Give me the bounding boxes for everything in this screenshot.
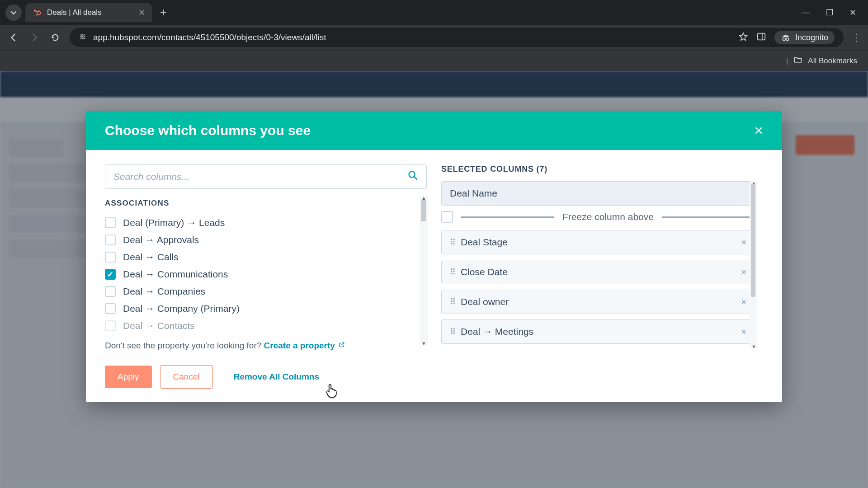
- browser-nav-bar: app.hubspot.com/contacts/45105500/object…: [0, 25, 868, 50]
- bookmark-folder-icon: [793, 55, 802, 66]
- remove-column-icon[interactable]: ×: [741, 297, 746, 307]
- search-columns-field[interactable]: [105, 164, 427, 189]
- panel-icon[interactable]: [756, 32, 766, 44]
- column-label: Deal Stage: [461, 237, 508, 248]
- hubspot-favicon-icon: [33, 8, 42, 17]
- frozen-column-item[interactable]: Deal Name: [441, 181, 755, 206]
- all-bookmarks-link[interactable]: All Bookmarks: [808, 56, 857, 66]
- apply-button[interactable]: Apply: [105, 366, 152, 388]
- checkbox[interactable]: [105, 217, 116, 228]
- svg-line-4: [37, 14, 38, 15]
- association-label: Deal → Calls: [123, 252, 179, 263]
- bookmark-bar: | All Bookmarks: [0, 50, 868, 71]
- incognito-badge[interactable]: Incognito: [774, 31, 835, 44]
- selected-column-item[interactable]: ⠿ Close Date ×: [441, 260, 755, 284]
- svg-point-8: [81, 34, 83, 36]
- modal-title: Choose which columns you see: [105, 123, 311, 138]
- svg-rect-11: [758, 33, 765, 40]
- helper-text: Don't see the property you're looking fo…: [105, 341, 427, 351]
- association-row[interactable]: Deal → Approvals: [105, 231, 416, 249]
- checkbox[interactable]: [105, 303, 116, 314]
- edit-columns-modal: Choose which columns you see × ASSOCIATI…: [86, 111, 782, 402]
- url-bar[interactable]: app.hubspot.com/contacts/45105500/object…: [70, 28, 844, 47]
- association-row[interactable]: Deal (Primary) → Leads: [105, 214, 416, 231]
- incognito-label: Incognito: [795, 33, 828, 42]
- scroll-down-icon[interactable]: ▼: [421, 341, 426, 346]
- minimize-icon[interactable]: —: [802, 8, 810, 18]
- drag-handle-icon[interactable]: ⠿: [450, 297, 454, 307]
- selected-column-item[interactable]: ⠿ Deal owner ×: [441, 290, 755, 314]
- close-window-icon[interactable]: ✕: [849, 8, 856, 18]
- svg-point-10: [81, 38, 83, 39]
- freeze-label: Freeze column above: [562, 211, 654, 222]
- maximize-icon[interactable]: ❐: [826, 8, 833, 18]
- association-row[interactable]: Deal → Calls: [105, 249, 416, 266]
- close-icon[interactable]: ×: [754, 122, 763, 139]
- window-controls: — ❐ ✕: [802, 8, 863, 18]
- nav-forward-icon[interactable]: [28, 33, 41, 42]
- browser-tab[interactable]: Deals | All deals ×: [25, 3, 152, 22]
- nav-reload-icon[interactable]: [49, 33, 61, 42]
- drag-handle-icon[interactable]: ⠿: [450, 267, 454, 277]
- association-label: Deal → Contacts: [123, 320, 195, 331]
- nav-back-icon[interactable]: [7, 33, 20, 42]
- remove-column-icon[interactable]: ×: [741, 327, 746, 337]
- modal-header: Choose which columns you see ×: [86, 111, 782, 150]
- checkbox[interactable]: [105, 252, 116, 263]
- associations-scroll: ASSOCIATIONS Deal (Primary) → Leads Deal…: [105, 189, 427, 334]
- svg-line-17: [414, 177, 417, 179]
- checkbox[interactable]: [105, 269, 116, 280]
- association-row[interactable]: Deal → Communications: [105, 266, 416, 283]
- tab-close-icon[interactable]: ×: [139, 7, 145, 19]
- selected-column-item[interactable]: ⠿ Deal → Meetings ×: [441, 319, 755, 344]
- scroll-down-icon[interactable]: ▼: [751, 344, 756, 349]
- freeze-checkbox[interactable]: [441, 211, 453, 223]
- left-scrollbar[interactable]: ▲ ▼: [420, 196, 428, 345]
- tab-history-button[interactable]: [5, 5, 22, 21]
- new-tab-button[interactable]: +: [156, 5, 171, 19]
- search-input[interactable]: [113, 171, 407, 182]
- column-label: Deal Name: [450, 188, 497, 199]
- association-label: Deal → Companies: [123, 286, 205, 297]
- scrollbar-thumb[interactable]: [421, 200, 426, 221]
- svg-point-14: [786, 38, 789, 41]
- tab-title: Deals | All deals: [47, 8, 102, 17]
- svg-point-1: [37, 11, 41, 15]
- drag-handle-icon[interactable]: ⠿: [450, 327, 454, 337]
- checkbox[interactable]: [105, 286, 116, 297]
- drag-handle-icon[interactable]: ⠿: [450, 237, 454, 247]
- svg-point-9: [83, 36, 85, 38]
- remove-all-columns-button[interactable]: Remove All Columns: [221, 366, 332, 388]
- right-scrollbar[interactable]: ▲ ▼: [750, 181, 757, 348]
- create-property-link[interactable]: Create a property: [264, 341, 335, 350]
- browser-tab-strip: Deals | All deals × + — ❐ ✕: [0, 0, 868, 25]
- association-row[interactable]: Deal → Companies: [105, 283, 416, 300]
- scrollbar-thumb[interactable]: [751, 184, 755, 297]
- site-settings-icon[interactable]: [79, 33, 87, 42]
- bookmark-star-icon[interactable]: [738, 32, 748, 44]
- modal-footer: Apply Cancel Remove All Columns: [86, 356, 782, 402]
- remove-column-icon[interactable]: ×: [741, 267, 746, 277]
- column-label: Deal → Meetings: [461, 326, 533, 337]
- association-label: Deal → Communications: [123, 269, 228, 280]
- column-label: Deal owner: [461, 296, 509, 307]
- section-label: ASSOCIATIONS: [105, 199, 416, 208]
- browser-menu-icon[interactable]: ⋮: [852, 32, 861, 43]
- remove-column-icon[interactable]: ×: [741, 237, 746, 248]
- search-icon[interactable]: [407, 170, 418, 183]
- column-label: Close Date: [461, 267, 508, 277]
- selected-column-item[interactable]: ⠿ Deal Stage ×: [441, 230, 755, 254]
- checkbox[interactable]: [105, 235, 116, 245]
- cancel-button[interactable]: Cancel: [160, 365, 213, 389]
- freeze-divider: Freeze column above: [441, 211, 755, 223]
- association-label: Deal → Approvals: [123, 235, 199, 245]
- svg-point-13: [783, 38, 785, 41]
- url-text: app.hubspot.com/contacts/45105500/object…: [93, 33, 326, 42]
- association-label: Deal (Primary) → Leads: [123, 217, 225, 228]
- checkbox[interactable]: [105, 320, 116, 331]
- selected-columns-title: SELECTED COLUMNS (7): [441, 164, 763, 174]
- association-label: Deal → Company (Primary): [123, 303, 240, 314]
- association-row[interactable]: Deal → Company (Primary): [105, 300, 416, 317]
- external-link-icon: [337, 342, 345, 349]
- association-row[interactable]: Deal → Contacts: [105, 317, 416, 334]
